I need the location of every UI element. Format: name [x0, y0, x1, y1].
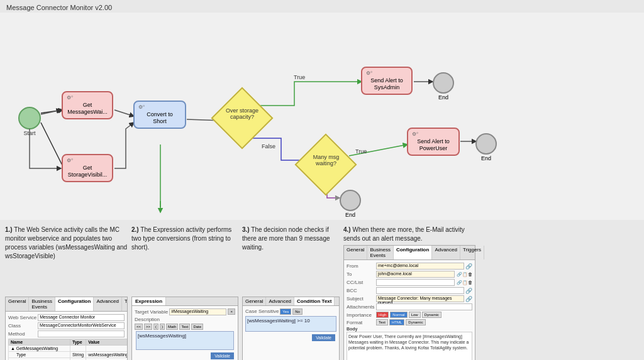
node-get-messages[interactable]: ⚙° GetMessagesWai... — [62, 91, 113, 119]
tab-email-advanced[interactable]: Advanced — [432, 246, 460, 259]
subject-icon[interactable]: 🔗 — [465, 296, 472, 302]
tab-configuration[interactable]: Configuration — [55, 297, 94, 311]
tab-business-events[interactable]: Business Events — [29, 297, 55, 311]
to-field[interactable]: john@acme.local — [376, 271, 455, 278]
btn-prev[interactable]: << — [135, 324, 143, 330]
to-icons[interactable]: 🔗📋🗑 — [457, 272, 472, 277]
btn-date[interactable]: Date — [191, 324, 203, 330]
body-section: Body Dear Power User, There currently ar… — [347, 327, 472, 360]
expression-text[interactable]: [wsMessagesWaiting] — [136, 331, 234, 350]
table-row: TypeStringwsMessagesWaiting — [9, 351, 128, 357]
bcc-icon[interactable]: 🔗 — [465, 288, 472, 294]
node-send-sysadmin-label: Send Alert toSysAdmin — [366, 77, 408, 91]
format-text[interactable]: Text — [376, 319, 388, 325]
btn-math[interactable]: Math — [166, 324, 178, 330]
case-no-btn[interactable]: No — [292, 308, 303, 315]
validate-btn-2[interactable]: Validate — [211, 352, 234, 359]
panel3-tabs: General Advanced Condition Text — [243, 297, 339, 306]
tab-email-general[interactable]: General — [344, 246, 367, 259]
importance-low[interactable]: Low — [409, 312, 421, 318]
svg-line-1 — [41, 123, 63, 166]
validate-btn-3[interactable]: Validate — [312, 334, 335, 341]
description-3: 3.) The decision node checks if there ar… — [242, 226, 340, 295]
importance-normal[interactable]: Normal — [390, 312, 407, 318]
col-name: Name — [9, 339, 70, 345]
panel-web-service: General Business Events Configuration Ad… — [5, 297, 128, 361]
cc-icons[interactable]: 🔗📋🗑 — [457, 280, 472, 285]
table-row: ▲ GetStorageVisibilityResource — [9, 357, 128, 360]
end-node-1: End — [433, 72, 454, 101]
node-send-sysadmin[interactable]: ⚙° Send Alert toSysAdmin — [361, 67, 413, 95]
app-title: Message Connector Monitor v2.00 — [6, 4, 112, 11]
svg-line-7 — [349, 145, 408, 156]
table-row: ▲ GetMessagesWaiting — [9, 345, 128, 351]
node-send-poweruser-label: Send Alert toPowerUser — [412, 138, 455, 152]
from-field[interactable]: me+mc@demo.local — [376, 263, 464, 270]
end-3-label: End — [340, 212, 361, 218]
node-convert[interactable]: ⚙° Convert toShort — [133, 101, 186, 129]
tab-email-config[interactable]: Configuration — [394, 246, 432, 259]
end-2-label: End — [475, 155, 497, 161]
btn-text[interactable]: Text — [179, 324, 190, 330]
panel2-tabs: Expression — [132, 297, 238, 306]
tab-email-triggers[interactable]: Triggers — [460, 246, 484, 259]
importance-high[interactable]: High — [376, 312, 389, 318]
svg-text:True: True — [294, 74, 305, 80]
col-value: Value — [86, 339, 128, 345]
node-convert-label: Convert toShort — [138, 111, 181, 125]
svg-point-3 — [19, 107, 40, 129]
ws-method-value[interactable] — [38, 330, 125, 337]
attachments-field[interactable] — [376, 303, 472, 310]
bcc-field[interactable] — [376, 287, 464, 294]
format-dynamic[interactable]: Dynamic — [406, 319, 425, 325]
col-type: Type — [70, 339, 86, 345]
tab-expression[interactable]: Expression — [132, 297, 166, 305]
tab-triggers[interactable]: Triggers — [122, 297, 128, 311]
tab-general[interactable]: General — [6, 297, 29, 311]
svg-line-4 — [41, 110, 61, 114]
node-send-poweruser[interactable]: ⚙° Send Alert toPowerUser — [407, 128, 460, 156]
format-html[interactable]: HTML — [389, 319, 404, 325]
description-1: 1.) The Web Service activity calls the M… — [5, 226, 128, 295]
tab-cond-general[interactable]: General — [243, 297, 266, 305]
panel-expression: Expression Target Variable #MessagesWait… — [131, 297, 238, 361]
node-get-storage[interactable]: ⚙° GetStorageVisibil... — [62, 154, 113, 182]
from-icon[interactable]: 🔗 — [465, 263, 472, 270]
bottom-section: 1.) The Web Service activity calls the M… — [0, 223, 644, 358]
body-label: Body — [347, 327, 472, 331]
tab-cond-advanced[interactable]: Advanced — [266, 297, 294, 305]
importance-dynamic[interactable]: Dynamic — [422, 312, 441, 318]
tab-email-events[interactable]: Business Events — [367, 246, 393, 259]
start-label: Start — [23, 130, 36, 136]
diagram-area: True False True False Start ⚙° GetMessag… — [0, 13, 644, 220]
end-node-2: End — [475, 133, 497, 161]
svg-line-0 — [41, 110, 63, 113]
panel-condition: General Advanced Condition Text Case Sen… — [242, 297, 340, 361]
ws-service-value[interactable]: Message Connector Monitor — [38, 314, 125, 321]
ws-params-table: Name Type Value ▲ GetMessagesWaiting Typ… — [8, 339, 128, 361]
btn-lparen[interactable]: ( — [153, 324, 158, 330]
body-text[interactable]: Dear Power User, There currently are [#m… — [347, 332, 472, 360]
description-4: 4.) When there are more, the E-Mail acti… — [343, 226, 475, 243]
panel4-tabs: General Business Events Configuration Ad… — [344, 246, 475, 260]
end-1-label: End — [433, 94, 454, 101]
subject-field[interactable]: Message Connector: Many messages queued — [376, 295, 464, 302]
btn-next[interactable]: >> — [144, 324, 152, 330]
svg-line-5 — [114, 110, 134, 116]
case-yes-btn[interactable]: Yes — [280, 308, 291, 315]
tab-advanced[interactable]: Advanced — [94, 297, 122, 311]
description-2: 2.) The Expression activity performs two… — [131, 226, 238, 295]
svg-text:False: False — [262, 143, 275, 150]
ws-class-value[interactable]: MessageConnectorMonitorWebService — [38, 322, 125, 329]
target-var-value[interactable]: #MessagesWaiting — [169, 308, 226, 315]
cc-field[interactable] — [376, 279, 455, 286]
condition-expression[interactable]: [wsMessagesWaiting] >= 10 — [245, 316, 336, 332]
btn-rparen[interactable]: ) — [160, 324, 165, 330]
tab-condition-text[interactable]: Condition Text — [294, 297, 335, 305]
end-node-3: End — [340, 190, 361, 218]
target-var-btn[interactable]: × — [228, 308, 235, 315]
expr-toolbar: << >> ( ) Math Text Date — [135, 324, 235, 330]
node-get-storage-label: GetStorageVisibil... — [67, 165, 108, 178]
node-get-messages-label: GetMessagesWai... — [67, 102, 108, 116]
panel-email: General Business Events Configuration Ad… — [343, 245, 475, 360]
